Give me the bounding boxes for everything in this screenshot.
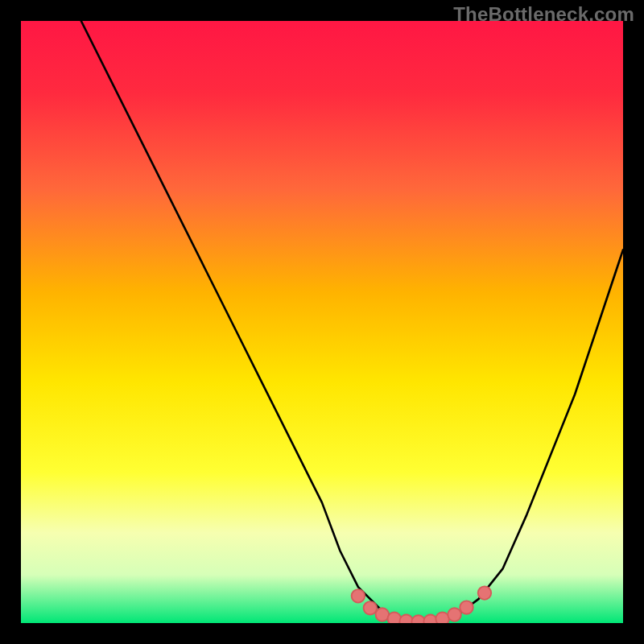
heat-gradient	[21, 21, 623, 623]
chart-frame: { "watermark": "TheBottleneck.com", "dim…	[0, 0, 644, 644]
svg-rect-0	[21, 21, 623, 623]
plot-area	[21, 21, 623, 623]
